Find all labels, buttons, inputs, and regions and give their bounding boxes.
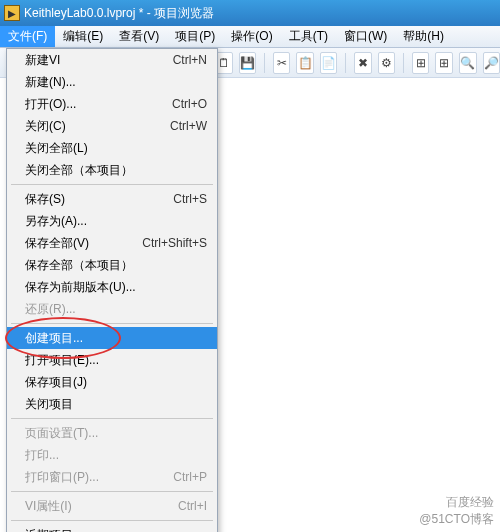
menu-item-19: VI属性(I)Ctrl+I	[7, 495, 217, 517]
menu-item-5[interactable]: 关闭全部（本项目）	[7, 159, 217, 181]
menu-item-shortcut: Ctrl+S	[173, 192, 207, 206]
menu-item-label: 保存为前期版本(U)...	[25, 279, 207, 296]
menu-4[interactable]: 操作(O)	[223, 26, 280, 47]
file-menu-dropdown: 新建VICtrl+N新建(N)...打开(O)...Ctrl+O关闭(C)Ctr…	[6, 48, 218, 532]
toolbar-button-8[interactable]: ⊞	[435, 52, 453, 74]
menu-item-12[interactable]: 创建项目...	[7, 327, 217, 349]
menu-item-6[interactable]: 保存(S)Ctrl+S	[7, 188, 217, 210]
toolbar-divider	[403, 53, 404, 73]
menu-item-label: 保存全部(V)	[25, 235, 132, 252]
menu-item-shortcut: Ctrl+Shift+S	[142, 236, 207, 250]
watermark-line1: 百度经验	[419, 494, 494, 511]
menu-item-label: 近期项目	[25, 527, 207, 533]
menu-item-label: 关闭(C)	[25, 118, 160, 135]
menu-separator	[11, 491, 213, 492]
menu-item-3[interactable]: 关闭(C)Ctrl+W	[7, 115, 217, 137]
menu-item-15[interactable]: 关闭项目	[7, 393, 217, 415]
menu-item-shortcut: Ctrl+W	[170, 119, 207, 133]
watermark: 百度经验 @51CTO博客	[419, 494, 494, 528]
menu-5[interactable]: 工具(T)	[281, 26, 336, 47]
toolbar-button-6[interactable]: ⚙	[378, 52, 396, 74]
menu-item-label: 还原(R)...	[25, 301, 207, 318]
menu-item-13[interactable]: 打开项目(E)...	[7, 349, 217, 371]
menu-item-label: 关闭全部(L)	[25, 140, 207, 157]
menu-item-label: 关闭全部（本项目）	[25, 162, 207, 179]
menu-item-label: 保存全部（本项目）	[25, 257, 207, 274]
toolbar-button-3[interactable]: 📋	[296, 52, 314, 74]
watermark-line2: @51CTO博客	[419, 511, 494, 528]
menu-item-17: 打印...	[7, 444, 217, 466]
menu-item-0[interactable]: 新建VICtrl+N	[7, 49, 217, 71]
toolbar-button-1[interactable]: 💾	[239, 52, 257, 74]
window-title: KeithleyLab0.0.lvproj * - 项目浏览器	[24, 5, 214, 22]
toolbar-button-10[interactable]: 🔎	[483, 52, 501, 74]
app-icon: ▶	[4, 5, 20, 21]
menu-item-label: 页面设置(T)...	[25, 425, 207, 442]
toolbar-divider	[264, 53, 265, 73]
menu-item-label: 新建VI	[25, 52, 163, 69]
menu-item-label: 打印...	[25, 447, 207, 464]
menu-item-label: 打印窗口(P)...	[25, 469, 163, 486]
menu-item-label: 另存为(A)...	[25, 213, 207, 230]
menu-item-shortcut: Ctrl+O	[172, 97, 207, 111]
menu-item-shortcut: Ctrl+I	[178, 499, 207, 513]
menu-item-label: 打开项目(E)...	[25, 352, 207, 369]
title-bar: ▶ KeithleyLab0.0.lvproj * - 项目浏览器	[0, 0, 500, 26]
toolbar-button-7[interactable]: ⊞	[412, 52, 430, 74]
menu-item-8[interactable]: 保存全部(V)Ctrl+Shift+S	[7, 232, 217, 254]
menu-7[interactable]: 帮助(H)	[395, 26, 452, 47]
menu-item-20[interactable]: 近期项目▶	[7, 524, 217, 532]
menu-item-18: 打印窗口(P)...Ctrl+P	[7, 466, 217, 488]
menu-item-1[interactable]: 新建(N)...	[7, 71, 217, 93]
menu-item-shortcut: Ctrl+N	[173, 53, 207, 67]
menu-item-4[interactable]: 关闭全部(L)	[7, 137, 217, 159]
menu-item-shortcut: Ctrl+P	[173, 470, 207, 484]
menu-bar: 文件(F)编辑(E)查看(V)项目(P)操作(O)工具(T)窗口(W)帮助(H)	[0, 26, 500, 48]
toolbar-button-2[interactable]: ✂	[273, 52, 291, 74]
menu-item-10[interactable]: 保存为前期版本(U)...	[7, 276, 217, 298]
menu-item-2[interactable]: 打开(O)...Ctrl+O	[7, 93, 217, 115]
menu-separator	[11, 418, 213, 419]
menu-item-label: 新建(N)...	[25, 74, 207, 91]
menu-separator	[11, 184, 213, 185]
toolbar-button-9[interactable]: 🔍	[459, 52, 477, 74]
menu-6[interactable]: 窗口(W)	[336, 26, 395, 47]
menu-0[interactable]: 文件(F)	[0, 26, 55, 47]
menu-separator	[11, 520, 213, 521]
menu-item-14[interactable]: 保存项目(J)	[7, 371, 217, 393]
menu-item-label: 保存项目(J)	[25, 374, 207, 391]
menu-item-label: 创建项目...	[25, 330, 207, 347]
menu-item-7[interactable]: 另存为(A)...	[7, 210, 217, 232]
menu-1[interactable]: 编辑(E)	[55, 26, 111, 47]
menu-item-label: 关闭项目	[25, 396, 207, 413]
toolbar-button-5[interactable]: ✖	[354, 52, 372, 74]
toolbar-divider	[345, 53, 346, 73]
menu-separator	[11, 323, 213, 324]
menu-item-label: 打开(O)...	[25, 96, 162, 113]
menu-3[interactable]: 项目(P)	[167, 26, 223, 47]
menu-item-label: VI属性(I)	[25, 498, 168, 515]
menu-item-9[interactable]: 保存全部（本项目）	[7, 254, 217, 276]
menu-2[interactable]: 查看(V)	[111, 26, 167, 47]
menu-item-16: 页面设置(T)...	[7, 422, 217, 444]
menu-item-11: 还原(R)...	[7, 298, 217, 320]
menu-item-label: 保存(S)	[25, 191, 163, 208]
toolbar-button-4[interactable]: 📄	[320, 52, 338, 74]
